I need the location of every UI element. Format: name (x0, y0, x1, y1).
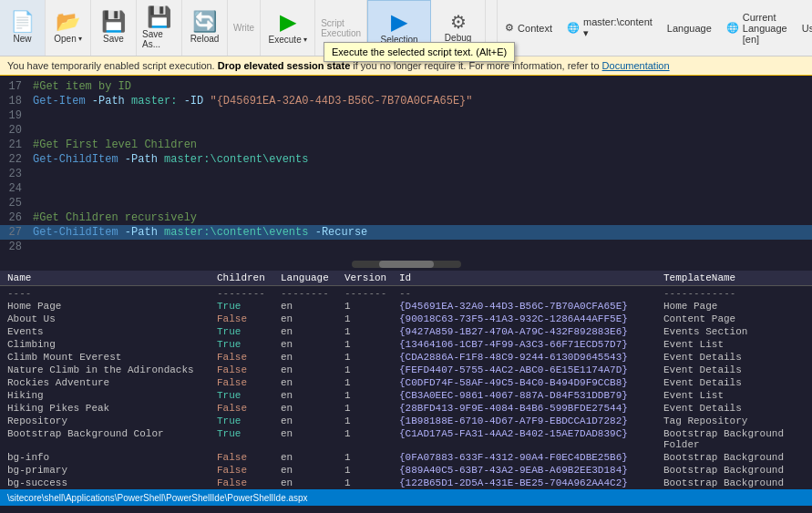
user-label: User (802, 23, 812, 34)
table-cell: Climb Mount Everest (7, 352, 217, 363)
table-header: NameChildrenLanguageVersionIdTemplateNam… (0, 271, 812, 286)
table-cell: Climbing (7, 339, 217, 350)
execute-button[interactable]: ▶ Execute ▾ (261, 0, 315, 56)
table-cell: {90018C63-73F5-41A3-932C-1286A44AFF5E} (399, 313, 663, 324)
table-cell: en (281, 428, 344, 450)
line-content: Get-Item -Path master: -ID "{D45691EA-32… (29, 94, 812, 108)
table-row[interactable]: About UsFalseen1{90018C63-73F5-41A3-932C… (0, 313, 812, 325)
code-line[interactable]: 20 (0, 123, 812, 138)
toolbar-right: ⚙ Context 🌐 master:\content ▾ Language 🌐… (498, 0, 812, 56)
table-row[interactable]: Bootstrap Background ColorTrueen1{C1AD17… (0, 427, 812, 451)
table-cell: {28BFD413-9F9E-4084-B4B6-599BFDE27544} (399, 403, 663, 414)
save-as-button[interactable]: 💾 Save As... (137, 0, 182, 56)
table-cell: True (217, 301, 281, 312)
context-button[interactable]: ⚙ Context (505, 22, 552, 34)
table-cell: 1 (344, 465, 399, 476)
table-row[interactable]: Home PageTrueen1{D45691EA-32A0-44D3-B56C… (0, 300, 812, 313)
master-content-button[interactable]: 🌐 master:\content ▾ (567, 16, 653, 39)
language-label: Language (667, 23, 712, 34)
table-cell: 1 (344, 428, 399, 450)
table-row[interactable]: ClimbingTrueen1{13464106-1CB7-4F99-A3C3-… (0, 338, 812, 351)
tooltip-text: Execute the selected script text. (Alt+E… (332, 46, 507, 57)
line-content: #Get item by ID (29, 79, 812, 94)
table-row[interactable]: bg-successFalseen1{122B65D1-2D5A-431E-BE… (0, 477, 812, 489)
execute-label: Execute ▾ (269, 35, 307, 45)
table-cell: Events Section (663, 326, 805, 337)
table-cell: en (281, 352, 344, 363)
language-button[interactable]: Language (667, 23, 712, 34)
table-row[interactable]: bg-infoFalseen1{0FA07883-633F-4312-90A4-… (0, 451, 812, 464)
code-line[interactable]: 25 (0, 196, 812, 210)
code-line[interactable]: 27Get-ChildItem -Path master:\content\ev… (0, 225, 812, 240)
line-number: 25 (0, 196, 29, 210)
code-line[interactable]: 19 (0, 108, 812, 123)
separator-cell: ------- (344, 287, 399, 299)
table-row[interactable]: EventsTrueen1{9427A859-1B27-470A-A79C-43… (0, 325, 812, 338)
table-cell: 1 (344, 326, 399, 337)
debug-icon: ⚙ (450, 13, 467, 31)
table-cell: 1 (344, 452, 399, 463)
table-cell: bg-primary (7, 465, 217, 476)
table-cell: {C1AD17A5-FA31-4AA2-B402-15AE7DAD839C} (399, 428, 663, 450)
line-content: #Get First level Children (29, 138, 812, 152)
line-content (29, 196, 812, 210)
table-row[interactable]: Nature Climb in the AdirondacksFalseen1{… (0, 364, 812, 376)
table-cell: Bootstrap Background (663, 477, 805, 488)
current-language-button[interactable]: 🌐 Current Language [en] (726, 12, 787, 45)
open-button[interactable]: 📂 Open ▾ (46, 0, 91, 56)
scrollbar-track[interactable] (352, 261, 461, 268)
table-row[interactable]: Hiking Pikes PeakFalseen1{28BFD413-9F9E-… (0, 402, 812, 415)
table-row[interactable]: RepositoryTrueen1{1B98188E-6710-4D67-A7F… (0, 415, 812, 427)
table-cell: Rockies Adventure (7, 377, 217, 388)
new-button[interactable]: 📄 New (0, 0, 46, 56)
table-cell: en (281, 452, 344, 463)
line-number: 24 (0, 181, 29, 196)
table-row[interactable]: Climb Mount EverestFalseen1{CDA2886A-F1F… (0, 351, 812, 364)
table-cell: en (281, 477, 344, 488)
code-editor[interactable]: 17#Get item by ID18Get-Item -Path master… (0, 76, 812, 258)
line-number: 18 (0, 94, 29, 108)
reload-button[interactable]: 🔄 Reload (182, 0, 228, 56)
results-table: NameChildrenLanguageVersionIdTemplateNam… (0, 271, 812, 489)
save-as-icon: 💾 (147, 7, 171, 27)
open-icon: 📂 (56, 12, 80, 32)
save-button[interactable]: 💾 Save (91, 0, 137, 56)
master-content-label: master:\content ▾ (583, 16, 653, 39)
table-cell: Repository (7, 416, 217, 426)
code-line[interactable]: 28 (0, 240, 812, 254)
column-header: Language (281, 272, 344, 283)
line-number: 17 (0, 79, 29, 94)
table-row[interactable]: HikingTrueen1{CB3A0EEC-9861-4067-887A-D8… (0, 389, 812, 402)
line-number: 20 (0, 123, 29, 138)
table-cell: en (281, 301, 344, 312)
table-row[interactable]: bg-primaryFalseen1{889A40C5-63B7-43A2-9E… (0, 464, 812, 477)
code-line[interactable]: 23 (0, 167, 812, 181)
separator-cell: ---- (7, 287, 217, 299)
table-cell: False (217, 364, 281, 375)
table-cell: 1 (344, 390, 399, 401)
table-cell: {0FA07883-633F-4312-90A4-F0EC4DBE25B6} (399, 452, 663, 463)
table-cell: en (281, 465, 344, 476)
table-row[interactable]: Rockies AdventureFalseen1{C0DFD74F-58AF-… (0, 376, 812, 389)
table-cell: Bootstrap Background (663, 452, 805, 463)
code-line[interactable]: 22Get-ChildItem -Path master:\content\ev… (0, 152, 812, 167)
table-cell: 1 (344, 301, 399, 312)
scrollbar-area[interactable] (0, 258, 812, 271)
table-cell: en (281, 313, 344, 324)
script-exec-link[interactable]: Documentation (602, 60, 670, 71)
code-line[interactable]: 24 (0, 181, 812, 196)
scrollbar-thumb[interactable] (379, 261, 434, 268)
reload-icon: 🔄 (192, 12, 217, 32)
column-header: TemplateName (663, 272, 805, 283)
code-line[interactable]: 26#Get Children recursively (0, 210, 812, 225)
table-cell: False (217, 477, 281, 488)
table-cell: 1 (344, 339, 399, 350)
table-cell: {CDA2886A-F1F8-48C9-9244-6130D9645543} (399, 352, 663, 363)
table-cell: Bootstrap Background (663, 465, 805, 476)
code-line[interactable]: 17#Get item by ID (0, 79, 812, 94)
status-bar: \sitecore\shell\Applications\PowerShell\… (0, 489, 812, 506)
code-line[interactable]: 21#Get First level Children (0, 138, 812, 152)
save-icon: 💾 (101, 12, 126, 32)
code-line[interactable]: 18Get-Item -Path master: -ID "{D45691EA-… (0, 94, 812, 108)
line-content (29, 167, 812, 181)
